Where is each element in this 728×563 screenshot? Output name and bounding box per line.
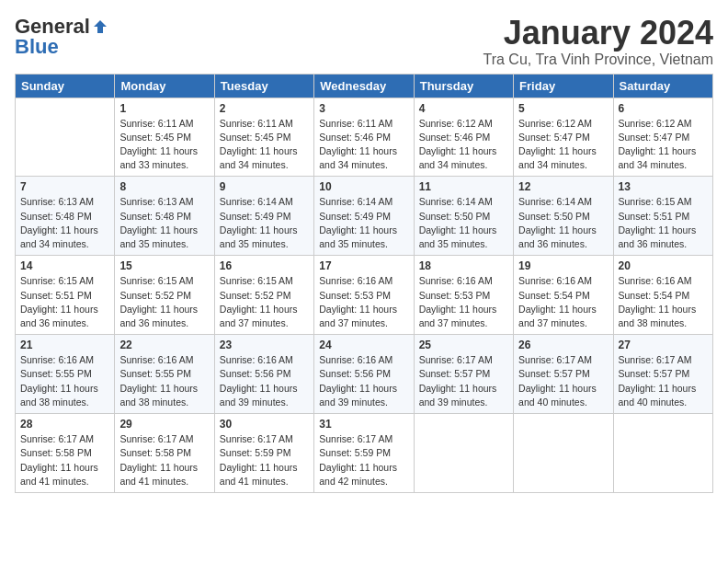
day-number: 5 — [518, 102, 608, 115]
sunrise-label: Sunrise: 6:15 AM — [220, 275, 293, 286]
table-cell: 16 Sunrise: 6:15 AM Sunset: 5:52 PM Dayl… — [214, 256, 313, 335]
sunset-label: Sunset: 5:57 PM — [619, 368, 690, 379]
table-cell — [16, 98, 115, 177]
table-cell: 18 Sunrise: 6:16 AM Sunset: 5:53 PM Dayl… — [414, 256, 513, 335]
day-info: Sunrise: 6:17 AM Sunset: 5:57 PM Dayligh… — [619, 353, 708, 409]
sunset-label: Sunset: 5:47 PM — [518, 132, 590, 143]
day-number: 3 — [319, 102, 408, 115]
sunrise-label: Sunrise: 6:11 AM — [319, 118, 392, 129]
day-info: Sunrise: 6:11 AM Sunset: 5:45 PM Dayligh… — [220, 117, 309, 173]
day-info: Sunrise: 6:11 AM Sunset: 5:46 PM Dayligh… — [319, 117, 408, 173]
daylight-label: Daylight: 11 hours and 41 minutes. — [119, 462, 198, 487]
daylight-label: Daylight: 11 hours and 37 minutes. — [518, 304, 597, 328]
day-number: 25 — [419, 339, 508, 351]
sunset-label: Sunset: 5:52 PM — [220, 290, 291, 301]
day-number: 29 — [119, 418, 209, 431]
daylight-label: Daylight: 11 hours and 38 minutes. — [20, 383, 98, 408]
table-cell: 25 Sunrise: 6:17 AM Sunset: 5:57 PM Dayl… — [414, 335, 513, 414]
week-row-5: 28 Sunrise: 6:17 AM Sunset: 5:58 PM Dayl… — [16, 414, 713, 493]
day-info: Sunrise: 6:11 AM Sunset: 5:45 PM Dayligh… — [119, 117, 209, 173]
day-info: Sunrise: 6:15 AM Sunset: 5:52 PM Dayligh… — [119, 274, 209, 330]
day-info: Sunrise: 6:16 AM Sunset: 5:56 PM Dayligh… — [220, 353, 309, 409]
table-cell: 11 Sunrise: 6:14 AM Sunset: 5:50 PM Dayl… — [414, 177, 513, 256]
day-info: Sunrise: 6:17 AM Sunset: 5:57 PM Dayligh… — [419, 353, 508, 409]
daylight-label: Daylight: 11 hours and 35 minutes. — [319, 224, 397, 249]
sunset-label: Sunset: 5:48 PM — [20, 211, 92, 222]
table-cell: 10 Sunrise: 6:14 AM Sunset: 5:49 PM Dayl… — [314, 177, 414, 256]
day-number: 15 — [119, 259, 209, 272]
sunrise-label: Sunrise: 6:16 AM — [319, 275, 392, 286]
week-row-1: 1 Sunrise: 6:11 AM Sunset: 5:45 PM Dayli… — [16, 98, 713, 177]
day-info: Sunrise: 6:17 AM Sunset: 5:59 PM Dayligh… — [319, 432, 408, 488]
day-number: 4 — [419, 102, 508, 115]
week-row-2: 7 Sunrise: 6:13 AM Sunset: 5:48 PM Dayli… — [16, 177, 713, 256]
table-cell: 29 Sunrise: 6:17 AM Sunset: 5:58 PM Dayl… — [115, 414, 214, 493]
day-info: Sunrise: 6:16 AM Sunset: 5:55 PM Dayligh… — [119, 353, 209, 409]
day-number: 28 — [20, 418, 109, 431]
table-cell: 3 Sunrise: 6:11 AM Sunset: 5:46 PM Dayli… — [314, 98, 414, 177]
sunset-label: Sunset: 5:58 PM — [119, 447, 191, 458]
daylight-label: Daylight: 11 hours and 36 minutes. — [518, 224, 597, 249]
day-info: Sunrise: 6:17 AM Sunset: 5:58 PM Dayligh… — [20, 432, 109, 488]
day-number: 17 — [319, 259, 408, 272]
table-cell: 9 Sunrise: 6:14 AM Sunset: 5:49 PM Dayli… — [214, 177, 313, 256]
day-number: 13 — [619, 180, 708, 193]
daylight-label: Daylight: 11 hours and 40 minutes. — [518, 383, 597, 408]
day-number: 14 — [20, 259, 109, 272]
day-number: 1 — [119, 102, 209, 115]
day-number: 6 — [619, 102, 708, 115]
header-monday: Monday — [115, 74, 214, 98]
sunset-label: Sunset: 5:46 PM — [419, 132, 491, 143]
calendar-table: Sunday Monday Tuesday Wednesday Thursday… — [15, 74, 713, 493]
day-number: 21 — [20, 339, 109, 351]
sunset-label: Sunset: 5:56 PM — [220, 368, 291, 379]
logo-blue: Blue — [15, 35, 59, 59]
sunrise-label: Sunrise: 6:14 AM — [518, 196, 592, 207]
sunset-label: Sunset: 5:53 PM — [419, 290, 491, 301]
sunrise-label: Sunrise: 6:17 AM — [518, 354, 592, 365]
sunset-label: Sunset: 5:50 PM — [419, 211, 491, 222]
day-info: Sunrise: 6:14 AM Sunset: 5:50 PM Dayligh… — [419, 195, 508, 251]
sunrise-label: Sunrise: 6:17 AM — [220, 433, 293, 444]
sunset-label: Sunset: 5:55 PM — [20, 368, 92, 379]
table-cell: 20 Sunrise: 6:16 AM Sunset: 5:54 PM Dayl… — [613, 256, 712, 335]
sunset-label: Sunset: 5:51 PM — [20, 290, 92, 301]
sunrise-label: Sunrise: 6:13 AM — [119, 196, 193, 207]
day-info: Sunrise: 6:17 AM Sunset: 5:59 PM Dayligh… — [220, 432, 309, 488]
day-info: Sunrise: 6:15 AM Sunset: 5:51 PM Dayligh… — [20, 274, 109, 330]
day-info: Sunrise: 6:12 AM Sunset: 5:47 PM Dayligh… — [619, 117, 708, 173]
table-cell: 17 Sunrise: 6:16 AM Sunset: 5:53 PM Dayl… — [314, 256, 414, 335]
daylight-label: Daylight: 11 hours and 36 minutes. — [119, 304, 198, 328]
sunset-label: Sunset: 5:45 PM — [119, 132, 191, 143]
daylight-label: Daylight: 11 hours and 34 minutes. — [619, 145, 697, 170]
sunrise-label: Sunrise: 6:17 AM — [319, 433, 392, 444]
table-cell: 6 Sunrise: 6:12 AM Sunset: 5:47 PM Dayli… — [613, 98, 712, 177]
table-cell: 27 Sunrise: 6:17 AM Sunset: 5:57 PM Dayl… — [613, 335, 712, 414]
table-cell: 4 Sunrise: 6:12 AM Sunset: 5:46 PM Dayli… — [414, 98, 513, 177]
daylight-label: Daylight: 11 hours and 39 minutes. — [419, 383, 497, 408]
sunset-label: Sunset: 5:54 PM — [619, 290, 690, 301]
table-cell: 23 Sunrise: 6:16 AM Sunset: 5:56 PM Dayl… — [214, 335, 313, 414]
table-cell: 13 Sunrise: 6:15 AM Sunset: 5:51 PM Dayl… — [613, 177, 712, 256]
table-cell: 15 Sunrise: 6:15 AM Sunset: 5:52 PM Dayl… — [115, 256, 214, 335]
page-header: General Blue January 2024 Tra Cu, Tra Vi… — [15, 15, 713, 68]
table-cell: 7 Sunrise: 6:13 AM Sunset: 5:48 PM Dayli… — [16, 177, 115, 256]
table-cell: 22 Sunrise: 6:16 AM Sunset: 5:55 PM Dayl… — [115, 335, 214, 414]
sunset-label: Sunset: 5:49 PM — [220, 211, 291, 222]
daylight-label: Daylight: 11 hours and 34 minutes. — [518, 145, 597, 170]
day-number: 31 — [319, 418, 408, 431]
sunset-label: Sunset: 5:54 PM — [518, 290, 590, 301]
day-info: Sunrise: 6:13 AM Sunset: 5:48 PM Dayligh… — [119, 195, 209, 251]
day-number: 12 — [518, 180, 608, 193]
sunrise-label: Sunrise: 6:14 AM — [419, 196, 493, 207]
table-cell: 28 Sunrise: 6:17 AM Sunset: 5:58 PM Dayl… — [16, 414, 115, 493]
table-cell: 19 Sunrise: 6:16 AM Sunset: 5:54 PM Dayl… — [514, 256, 613, 335]
day-info: Sunrise: 6:16 AM Sunset: 5:55 PM Dayligh… — [20, 353, 109, 409]
calendar-subtitle: Tra Cu, Tra Vinh Province, Vietnam — [483, 52, 713, 68]
daylight-label: Daylight: 11 hours and 41 minutes. — [220, 462, 298, 487]
table-cell: 12 Sunrise: 6:14 AM Sunset: 5:50 PM Dayl… — [514, 177, 613, 256]
sunrise-label: Sunrise: 6:16 AM — [220, 354, 293, 365]
daylight-label: Daylight: 11 hours and 42 minutes. — [319, 462, 397, 487]
table-cell: 31 Sunrise: 6:17 AM Sunset: 5:59 PM Dayl… — [314, 414, 414, 493]
sunrise-label: Sunrise: 6:12 AM — [619, 118, 692, 129]
